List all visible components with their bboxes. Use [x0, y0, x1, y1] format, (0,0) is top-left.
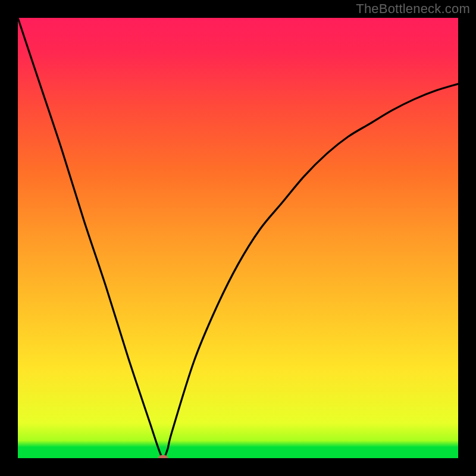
bottleneck-curve-svg	[18, 18, 458, 458]
minimum-marker	[158, 455, 168, 458]
chart-frame: TheBottleneck.com	[0, 0, 476, 476]
bottleneck-curve	[18, 18, 458, 458]
plot-area	[18, 18, 458, 458]
watermark-text: TheBottleneck.com	[356, 1, 470, 17]
